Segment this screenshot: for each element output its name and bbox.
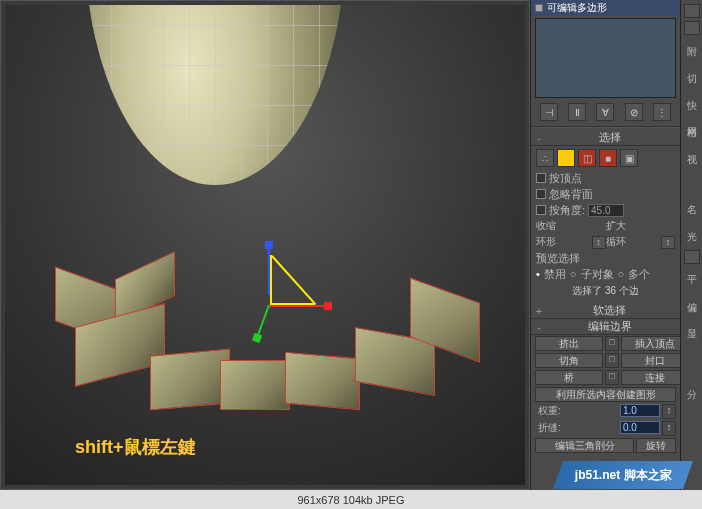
tab-label: 快: [685, 92, 699, 116]
tab-label: 网格: [685, 119, 699, 143]
right-tab-3[interactable]: [684, 250, 700, 264]
subobj-edge[interactable]: ／: [557, 149, 575, 167]
crease-spin-icon[interactable]: ↕: [662, 421, 676, 436]
weight-spinner[interactable]: 1.0: [620, 404, 660, 417]
ignore-backfacing-label: 忽略背面: [549, 187, 593, 202]
rollout-title: 软选择: [543, 303, 676, 318]
bridge-settings-button[interactable]: □: [605, 370, 619, 385]
gizmo-axis-x[interactable]: [268, 305, 328, 307]
modifier-preview-area: [535, 18, 676, 98]
tab-label: 显: [685, 321, 699, 345]
image-footer: 961x678 104kb JPEG: [0, 490, 702, 509]
weight-spin-icon[interactable]: ↕: [662, 404, 676, 419]
shrink-button[interactable]: 收缩: [536, 219, 606, 233]
remove-modifier-icon[interactable]: ⊘: [625, 103, 643, 121]
turn-button[interactable]: 旋转: [636, 438, 676, 453]
rollout-selection[interactable]: - 选择: [531, 130, 680, 146]
preview-sel-label: 预览选择: [536, 251, 580, 266]
by-angle-label: 按角度:: [549, 203, 585, 218]
tab-label: 切: [685, 65, 699, 89]
configure-sets-icon[interactable]: ⋮: [653, 103, 671, 121]
rollout-title: 编辑边界: [543, 319, 676, 334]
sub-object-picker: ∴ ／ ◫ ■ ▣: [536, 149, 675, 167]
modifier-toolbar: ⊣ Ⅱ ∀ ⊘ ⋮: [531, 100, 680, 124]
grow-button[interactable]: 扩大: [606, 219, 676, 233]
extrude-settings-button[interactable]: □: [605, 336, 619, 351]
subobj-border[interactable]: ◫: [578, 149, 596, 167]
collapse-icon: -: [535, 132, 543, 144]
chamfer-settings-button[interactable]: □: [605, 353, 619, 368]
crease-spinner[interactable]: 0.0: [620, 421, 660, 434]
edit-tri-button[interactable]: 编辑三角剖分: [535, 438, 634, 453]
right-tab-2[interactable]: [684, 21, 700, 35]
loop-button[interactable]: 循环: [606, 235, 662, 249]
tab-label: 平: [685, 267, 699, 291]
preview-subobj[interactable]: 子对象: [581, 267, 614, 282]
preview-off[interactable]: 禁用: [544, 267, 566, 282]
pin-stack-icon[interactable]: ⊣: [540, 103, 558, 121]
subobj-element[interactable]: ▣: [620, 149, 638, 167]
tab-label: 名: [685, 196, 699, 220]
by-vertex-checkbox[interactable]: [536, 173, 546, 183]
preview-multi[interactable]: 多个: [628, 267, 650, 282]
ring-spinner[interactable]: ↕: [592, 236, 606, 249]
selection-status: 选择了 36 个边: [536, 282, 675, 300]
crease-label: 折缝:: [535, 421, 618, 436]
subobj-vertex[interactable]: ∴: [536, 149, 554, 167]
modifier-stack-item[interactable]: 可编辑多边形: [531, 0, 680, 16]
subobj-polygon[interactable]: ■: [599, 149, 617, 167]
tab-label: 光: [685, 223, 699, 247]
modifier-lamp-icon[interactable]: [535, 4, 543, 12]
image-dimensions: 961x678 104kb JPEG: [297, 494, 404, 506]
viewport-3d[interactable]: shift+鼠標左鍵: [0, 0, 530, 490]
tab-label: 附: [685, 38, 699, 62]
expand-icon: +: [535, 305, 543, 317]
by-angle-checkbox[interactable]: [536, 205, 546, 215]
ignore-backfacing-checkbox[interactable]: [536, 189, 546, 199]
gizmo-plane-xy[interactable]: [270, 255, 315, 305]
angle-spinner[interactable]: 45.0: [588, 204, 624, 217]
viewport-hint: shift+鼠標左鍵: [75, 435, 196, 459]
bridge-button[interactable]: 桥: [535, 370, 603, 385]
modifier-name: 可编辑多边形: [547, 1, 607, 15]
tab-label: 分: [685, 381, 699, 405]
show-end-result-icon[interactable]: Ⅱ: [568, 103, 586, 121]
cap-button[interactable]: 封口: [621, 353, 689, 368]
insert-vertex-button[interactable]: 插入顶点: [621, 336, 689, 351]
transform-gizmo[interactable]: [250, 245, 330, 345]
rollout-soft-selection[interactable]: + 软选择: [531, 303, 680, 319]
weight-label: 权重:: [535, 404, 618, 419]
tab-label: 视: [685, 146, 699, 170]
loop-spinner[interactable]: ↕: [661, 236, 675, 249]
viewport-inner[interactable]: shift+鼠標左鍵: [5, 5, 525, 485]
command-panel: 可编辑多边形 ⊣ Ⅱ ∀ ⊘ ⋮ - 选择 ∴ ／ ◫ ■ ▣ 按顶点 忽略背面…: [530, 0, 680, 490]
right-tab-1[interactable]: [684, 4, 700, 18]
extrude-button[interactable]: 挤出: [535, 336, 603, 351]
connect-button[interactable]: 连接: [621, 370, 689, 385]
right-tab-strip: 附 切 快 网格 视 名 光 平 偏 显 分: [680, 0, 702, 490]
rollout-title: 选择: [543, 130, 676, 145]
rollout-edit-edges[interactable]: - 编辑边界: [531, 319, 680, 335]
watermark-badge: jb51.net 脚本之家: [553, 461, 693, 489]
tab-label: 偏: [685, 294, 699, 318]
make-unique-icon[interactable]: ∀: [596, 103, 614, 121]
collapse-icon: -: [535, 321, 543, 333]
chamfer-button[interactable]: 切角: [535, 353, 603, 368]
by-vertex-label: 按顶点: [549, 171, 582, 186]
gizmo-axis-z[interactable]: [256, 305, 270, 339]
ring-button[interactable]: 环形: [536, 235, 592, 249]
create-shape-button[interactable]: 利用所选内容创建图形: [535, 387, 676, 402]
